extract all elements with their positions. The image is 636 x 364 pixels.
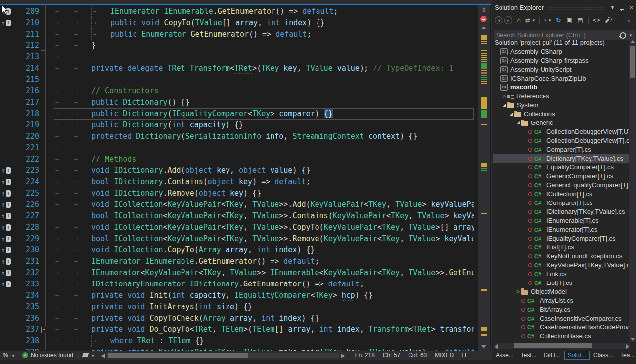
tree-horizontal-scrollbar[interactable] bbox=[494, 343, 630, 349]
tree-item-collectiondebuggerview-t-u-cs[interactable]: C#CollectionDebuggerView[T,U].cs bbox=[493, 127, 630, 136]
tree-item-comparer-t-cs[interactable]: C#Comparer[T].cs bbox=[493, 145, 630, 154]
scroll-right-icon[interactable] bbox=[626, 344, 629, 349]
tree-item-solution-project-gui-11-of-11-projects[interactable]: Solution 'project-gui' (11 of 11 project… bbox=[493, 39, 630, 47]
code-line[interactable]: ↑I229→→bool ICollection<KeyValuePair<TKe… bbox=[0, 233, 474, 244]
tree-item-icsharpcode-sharpziplib[interactable]: C#ICSharpCode.SharpZipLib bbox=[493, 74, 630, 83]
code-line[interactable]: ↑I226→→void ICollection<KeyValuePair<TKe… bbox=[0, 199, 474, 210]
tree-item-caseinsensitivehashcodeprovider-cs[interactable]: C#CaseInsensitiveHashCodeProvider.cs bbox=[493, 323, 630, 332]
implements-interface-glyph-icon[interactable]: ↑I bbox=[0, 244, 14, 256]
code-line[interactable]: 220→→protected Dictionary(SerializationI… bbox=[0, 131, 474, 142]
collapse-arrow-icon[interactable]: ◢ bbox=[501, 101, 507, 110]
panel-tab-test[interactable]: Test... bbox=[518, 351, 540, 359]
tree-item-idictionary-tkey-tvalue-cs[interactable]: C#IDictionary[TKey,TValue].cs bbox=[493, 207, 630, 216]
implements-interface-glyph-icon[interactable]: ↑I bbox=[0, 199, 14, 210]
scroll-right-icon[interactable]: ▶ bbox=[341, 353, 345, 358]
code-text[interactable]: →→} bbox=[54, 40, 474, 51]
code-line[interactable]: 239→→private static KeyValuePair<TKey, T… bbox=[0, 347, 474, 351]
window-position-chevron-icon[interactable]: ▼ bbox=[610, 5, 615, 10]
view-code-icon[interactable]: <> bbox=[592, 16, 601, 25]
code-text[interactable]: →→→IEnumerator IEnumerable.GetEnumerator… bbox=[54, 6, 474, 17]
editor-splitter-handle-icon[interactable]: ⇕ bbox=[478, 6, 490, 14]
collapse-arrow-icon[interactable]: ◢ bbox=[508, 110, 514, 119]
collapse-all-icon[interactable]: ▣ bbox=[565, 16, 574, 25]
code-text[interactable]: →→→public Enumerator GetEnumerator() => … bbox=[54, 29, 474, 40]
tree-item-genericcomparer-t-cs[interactable]: C#GenericComparer[T].cs bbox=[493, 172, 630, 181]
code-line[interactable]: 215→ bbox=[0, 74, 474, 85]
scrollbar-thumb[interactable] bbox=[108, 353, 248, 358]
code-text[interactable]: → bbox=[54, 74, 474, 85]
code-line[interactable]: ↑I210→→→public void CopyTo(TValue[] arra… bbox=[0, 17, 474, 29]
code-text[interactable]: →→bool IDictionary.Contains(object key) … bbox=[54, 176, 474, 188]
search-icon[interactable] bbox=[620, 32, 626, 39]
code-line[interactable]: ↑I233→→IDictionaryEnumerator IDictionary… bbox=[0, 279, 474, 290]
tree-item-dictionary-tkey-tvalue-cs[interactable]: C#Dictionary[TKey,TValue].cs bbox=[493, 154, 630, 163]
panel-tab-solut[interactable]: Solut... bbox=[564, 351, 590, 360]
code-line[interactable]: ↑I230→→void ICollection.CopyTo(Array arr… bbox=[0, 244, 474, 256]
code-text[interactable]: →→→public void CopyTo(TValue[] array, in… bbox=[54, 17, 474, 29]
code-line[interactable]: 237−→→private void Do_CopyTo<TRet, TElem… bbox=[0, 324, 474, 335]
implements-interface-glyph-icon[interactable]: ↑I bbox=[0, 279, 14, 290]
implements-interface-glyph-icon[interactable]: ↑I bbox=[0, 188, 14, 199]
tree-item-collectiondebuggerview-t-cs[interactable]: C#CollectionDebuggerView[T].cs bbox=[493, 136, 630, 145]
scroll-left-icon[interactable]: ◀ bbox=[101, 353, 105, 358]
sync-with-active-document-icon[interactable]: ⇄▼ bbox=[525, 16, 536, 25]
scroll-down-icon[interactable] bbox=[481, 345, 486, 348]
tree-item-bitarray-cs[interactable]: C#BitArray.cs bbox=[493, 305, 630, 314]
code-text[interactable]: →→void ICollection<KeyValuePair<TKey, TV… bbox=[54, 222, 474, 233]
editor-vertical-scrollbar[interactable]: ⇕ bbox=[478, 5, 490, 351]
implements-interface-glyph-icon[interactable]: ↑I bbox=[0, 210, 14, 222]
code-text[interactable]: →→IDictionaryEnumerator IDictionary.GetE… bbox=[54, 279, 474, 290]
code-text[interactable]: →→// Methods bbox=[54, 154, 474, 165]
panel-tab-class[interactable]: Class... bbox=[591, 351, 616, 359]
implements-interface-glyph-icon[interactable]: ↑I bbox=[0, 222, 14, 233]
tree-item-assembly-csharp[interactable]: C#Assembly-CSharp bbox=[493, 47, 630, 56]
code-text[interactable]: →→public Dictionary(IEqualityComparer<TK… bbox=[54, 108, 474, 120]
pin-icon[interactable] bbox=[620, 5, 624, 10]
tree-item-references[interactable]: ▷References bbox=[493, 92, 630, 101]
document-health-error-icon[interactable] bbox=[480, 16, 487, 22]
tree-item-generic[interactable]: ◢Generic bbox=[493, 119, 630, 127]
code-line[interactable]: ↑I223→→void IDictionary.Add(object key, … bbox=[0, 165, 474, 176]
implements-interface-glyph-icon[interactable]: ↑I bbox=[0, 267, 14, 279]
code-line[interactable]: 234→→private void Init(int capacity, IEq… bbox=[0, 290, 474, 301]
code-text[interactable]: →→→where TRet : TElem {} bbox=[54, 335, 474, 347]
collapse-region-icon[interactable]: − bbox=[41, 327, 47, 333]
code-line[interactable]: 212→→} bbox=[0, 40, 474, 51]
tree-vertical-scrollbar[interactable] bbox=[629, 40, 636, 342]
code-line[interactable]: ↑I227→→bool ICollection<KeyValuePair<TKe… bbox=[0, 210, 474, 222]
tree-item-icomparer-t-cs[interactable]: C#IComparer[T].cs bbox=[493, 199, 630, 207]
code-text[interactable]: →→public Dictionary(int capacity) {} bbox=[54, 120, 474, 131]
toolbar-overflow-icon[interactable]: » bbox=[624, 16, 635, 25]
code-line[interactable]: 216→→// Constructors bbox=[0, 85, 474, 97]
home-icon[interactable]: ⌂ bbox=[514, 16, 523, 25]
code-text[interactable]: → bbox=[54, 142, 474, 154]
code-text[interactable]: →→private void Do_CopyTo<TRet, TElem>(TE… bbox=[54, 324, 474, 335]
tree-item-iequalitycomparer-t-cs[interactable]: C#IEqualityComparer[T].cs bbox=[493, 234, 630, 243]
implements-interface-glyph-icon[interactable]: ↑I bbox=[0, 17, 14, 29]
tree-item-mscorlib[interactable]: C#mscorlib bbox=[493, 83, 630, 92]
scroll-up-icon[interactable] bbox=[481, 26, 486, 29]
close-icon[interactable]: × bbox=[629, 4, 633, 11]
code-text[interactable]: →→void ICollection<KeyValuePair<TKey, TV… bbox=[54, 199, 474, 210]
tree-item-ilist-t-cs[interactable]: C#IList[T].cs bbox=[493, 243, 630, 252]
zoom-level-control[interactable]: % ▼ bbox=[3, 352, 15, 359]
code-line[interactable]: ↑I225→→void IDictionary.Remove(object ke… bbox=[0, 188, 474, 199]
implements-interface-glyph-icon[interactable]: ↑I bbox=[0, 256, 14, 267]
code-text[interactable]: →→private void Init(int capacity, IEqual… bbox=[54, 290, 474, 301]
tree-item-link-cs[interactable]: C#Link.cs bbox=[493, 270, 630, 279]
code-text[interactable]: → bbox=[54, 51, 474, 63]
tree-item-equalitycomparer-t-cs[interactable]: C#EqualityComparer[T].cs bbox=[493, 163, 630, 172]
tree-item-system[interactable]: ◢System bbox=[493, 101, 630, 110]
code-text[interactable]: →→bool ICollection<KeyValuePair<TKey, TV… bbox=[54, 210, 474, 222]
code-text[interactable]: →→private static KeyValuePair<TKey, TVal… bbox=[54, 347, 474, 351]
tree-item-genericequalitycomparer-t-cs[interactable]: C#GenericEqualityComparer[T].cs bbox=[493, 181, 630, 190]
code-text[interactable]: →→// Constructors bbox=[54, 85, 474, 97]
implements-interface-glyph-icon[interactable]: ↑I bbox=[0, 165, 14, 176]
code-line[interactable]: 238→→→where TRet : TElem {} bbox=[0, 335, 474, 347]
code-text[interactable]: →→IEnumerator IEnumerable.GetEnumerator(… bbox=[54, 256, 474, 267]
tree-item-icollection-t-cs[interactable]: C#ICollection[T].cs bbox=[493, 190, 630, 199]
code-line[interactable]: 236→→private void CopyToCheck(Array arra… bbox=[0, 313, 474, 324]
tree-item-arraylist-cs[interactable]: C#ArrayList.cs bbox=[493, 296, 630, 305]
code-line[interactable]: 211→→→public Enumerator GetEnumerator() … bbox=[0, 29, 474, 40]
outlining-margin[interactable]: − bbox=[45, 324, 54, 335]
